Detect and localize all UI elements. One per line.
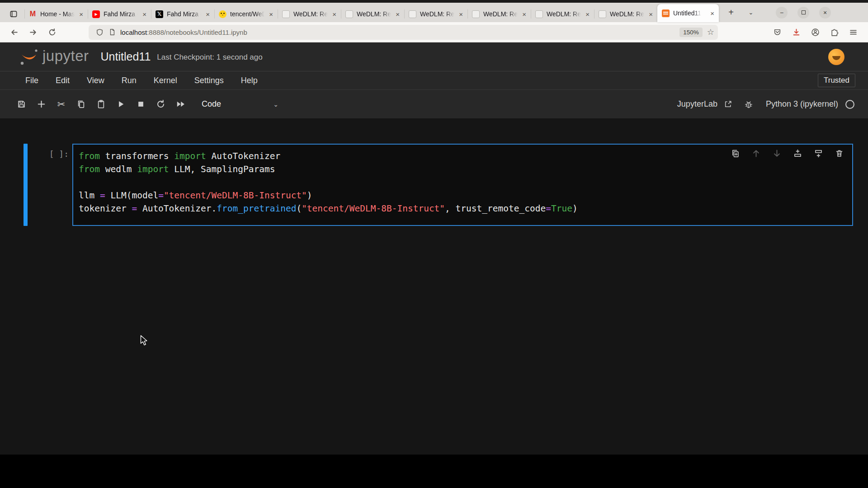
chevron-down-icon[interactable]: ⌄ — [744, 9, 758, 16]
duplicate-icon[interactable] — [731, 149, 740, 158]
doc-favicon-icon — [345, 10, 353, 18]
browser-toolbar-icons — [769, 24, 868, 40]
menu-file[interactable]: File — [17, 76, 47, 85]
tab-label: WeDLM: Recon — [293, 10, 328, 18]
insert-below-icon[interactable] — [814, 149, 823, 158]
close-icon[interactable]: × — [142, 10, 147, 18]
cell-toolbar — [731, 149, 844, 158]
menu-edit[interactable]: Edit — [47, 76, 78, 85]
menu-view[interactable]: View — [78, 76, 113, 85]
minimize-button[interactable]: − — [776, 7, 788, 19]
run-icon[interactable] — [115, 98, 127, 110]
pocket-icon[interactable] — [769, 24, 785, 40]
notebook-area[interactable]: [ ]: from transformers import AutoTokeni… — [0, 118, 868, 455]
kernel-idle-icon[interactable] — [844, 99, 855, 110]
trusted-badge[interactable]: Trusted — [818, 74, 855, 87]
doc-favicon-icon — [409, 10, 416, 18]
move-down-icon[interactable] — [772, 149, 782, 158]
close-icon[interactable]: × — [709, 9, 715, 17]
close-icon[interactable]: × — [331, 10, 337, 18]
menu-settings[interactable]: Settings — [186, 76, 232, 85]
desktop-strip — [0, 455, 868, 488]
download-icon[interactable] — [788, 24, 804, 40]
url-text[interactable]: localhost:8888/notebooks/Untitled11.ipyn… — [120, 28, 679, 36]
restore-button[interactable] — [797, 7, 809, 19]
tab-label: WeDLM: Recon — [420, 10, 454, 18]
jupyter-logo-icon — [17, 45, 41, 69]
firefox-view-icon[interactable] — [5, 6, 23, 22]
close-icon[interactable]: × — [521, 10, 527, 18]
url-bar[interactable]: localhost:8888/notebooks/Untitled11.ipyn… — [89, 25, 718, 40]
menu-run[interactable]: Run — [113, 76, 145, 85]
code-cell[interactable]: from transformers import AutoTokenizerfr… — [72, 144, 853, 226]
toolbar-buttons: ✂ — [0, 98, 194, 110]
kernel-name[interactable]: Python 3 (ipykernel) — [766, 99, 838, 109]
jupyter-logo-text: jupyter — [42, 47, 89, 65]
browser-tab[interactable]: WeDLM: Recon × — [341, 6, 404, 22]
extensions-icon[interactable] — [826, 24, 842, 40]
menu-help[interactable]: Help — [232, 76, 266, 85]
back-icon[interactable] — [6, 24, 22, 40]
browser-tab[interactable]: WeDLM: Recon × — [467, 6, 531, 22]
url-path: :8888/notebooks/Untitled11.ipynb — [147, 28, 247, 36]
external-link-icon[interactable] — [724, 100, 732, 108]
browser-tab[interactable]: WeDLM: Recon × — [531, 6, 594, 22]
close-icon[interactable]: × — [648, 10, 654, 18]
browser-tab[interactable]: Untitled11 × — [657, 4, 719, 22]
shield-icon[interactable] — [93, 24, 106, 40]
reload-icon[interactable] — [44, 24, 60, 40]
add-cell-icon[interactable] — [35, 98, 47, 110]
browser-tab[interactable]: WeDLM: Recon × — [278, 6, 341, 22]
browser-tab[interactable]: ▶ Fahd Mirza - × — [88, 6, 151, 22]
tab-label: WeDLM: Recon — [610, 10, 644, 18]
doc-favicon-icon — [535, 10, 543, 18]
new-tab-button[interactable]: + — [724, 7, 738, 18]
account-icon[interactable] — [807, 24, 823, 40]
close-icon[interactable]: × — [268, 10, 274, 18]
paste-icon[interactable] — [95, 98, 107, 110]
cut-icon[interactable]: ✂ — [55, 98, 67, 110]
notebook-title[interactable]: Untitled11 — [101, 50, 151, 63]
page-icon[interactable] — [106, 24, 118, 40]
tab-label: Fahd Mirza (( — [167, 10, 201, 18]
x-favicon-icon: 𝕏 — [156, 10, 163, 18]
save-icon[interactable] — [15, 98, 28, 110]
doc-favicon-icon — [282, 10, 290, 18]
browser-tab[interactable]: WeDLM: Recon × — [404, 6, 467, 22]
browser-tab[interactable]: 𝕏 Fahd Mirza (( × — [151, 6, 214, 22]
youtube-favicon-icon: ▶ — [92, 10, 100, 18]
user-avatar-icon[interactable] — [828, 49, 844, 65]
cell-prompt: [ ]: — [27, 149, 69, 159]
restart-run-all-icon[interactable] — [175, 98, 187, 110]
insert-above-icon[interactable] — [793, 149, 802, 158]
tab-label: tencent/WeD — [230, 10, 264, 18]
jupyter-logo[interactable]: jupyter — [0, 45, 89, 69]
tab-label: WeDLM: Recon — [547, 10, 581, 18]
close-icon[interactable]: × — [205, 10, 211, 18]
close-icon[interactable]: × — [458, 10, 464, 18]
forward-icon[interactable] — [25, 24, 41, 40]
copy-icon[interactable] — [75, 98, 87, 110]
mail-favicon-icon: M — [29, 10, 37, 18]
browser-tab[interactable]: tencent/WeD × — [214, 6, 278, 22]
zoom-level-chip[interactable]: 150% — [679, 28, 703, 37]
browser-tab[interactable]: M Home - Mass × — [24, 6, 88, 22]
close-icon[interactable]: × — [78, 10, 84, 18]
tab-strip: M Home - Mass × ▶ Fahd Mirza - × 𝕏 Fahd … — [24, 4, 719, 22]
menu-kernel[interactable]: Kernel — [145, 76, 186, 85]
jupyterlab-link[interactable]: JupyterLab — [677, 99, 717, 109]
mouse-cursor — [140, 335, 149, 347]
restart-icon[interactable] — [155, 98, 167, 110]
bug-icon[interactable] — [744, 100, 753, 109]
stop-icon[interactable] — [135, 98, 147, 110]
move-up-icon[interactable] — [751, 149, 761, 158]
close-icon[interactable]: × — [395, 10, 401, 18]
app-menu-icon[interactable] — [845, 24, 861, 40]
browser-tab[interactable]: WeDLM: Recon × — [594, 6, 657, 22]
close-icon[interactable]: × — [585, 10, 590, 18]
cell-type-dropdown[interactable]: Code ⌄ — [202, 99, 278, 109]
star-icon[interactable]: ☆ — [707, 27, 714, 37]
delete-icon[interactable] — [835, 149, 844, 158]
close-button[interactable]: × — [819, 7, 831, 19]
menu-items: FileEditViewRunKernelSettingsHelp — [0, 76, 266, 85]
